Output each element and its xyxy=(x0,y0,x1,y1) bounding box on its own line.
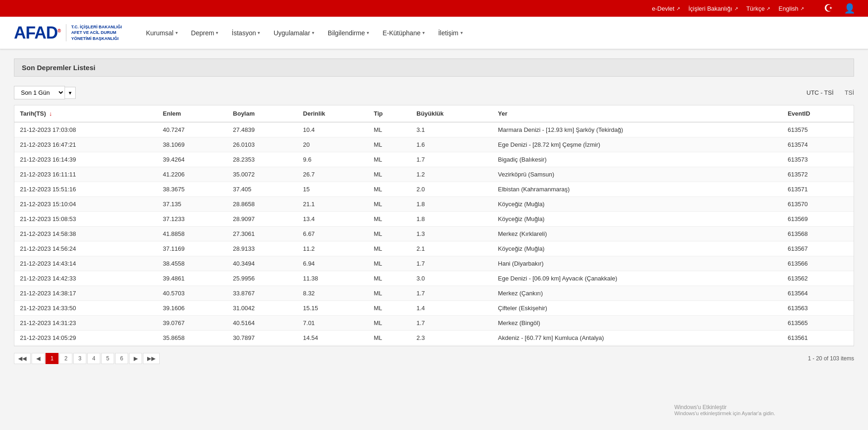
cell-eventid: 613569 xyxy=(782,212,854,227)
cell-derinlik: 13.4 xyxy=(298,212,368,227)
cell-yer: Köyceğiz (Muğla) xyxy=(492,241,782,256)
cell-tarih: 21-12-2023 13:59:00 xyxy=(14,345,157,347)
first-page-btn[interactable]: ◀◀ xyxy=(14,353,31,364)
filter-select[interactable]: Son 1 Gün xyxy=(14,86,65,99)
cell-tarih: 21-12-2023 14:38:17 xyxy=(14,286,157,301)
section-title: Son Depremler Listesi xyxy=(14,59,854,77)
table-row[interactable]: 21-12-2023 16:47:2138.106926.010320ML1.6… xyxy=(14,137,854,152)
cell-boylam: 40.5164 xyxy=(227,316,298,331)
nav-deprem[interactable]: Deprem ▾ xyxy=(186,26,224,40)
nav-ekutuphane[interactable]: E-Kütüphane ▾ xyxy=(377,26,430,40)
page-3-btn[interactable]: 3 xyxy=(73,353,86,364)
table-row[interactable]: 21-12-2023 14:56:2437.116928.913311.2ML2… xyxy=(14,241,854,256)
icisleri-link[interactable]: İçişleri Bakanlığı ↗ xyxy=(688,5,738,12)
table-row[interactable]: 21-12-2023 14:31:2339.076740.51647.01ML1… xyxy=(14,316,854,331)
page-6-btn[interactable]: 6 xyxy=(115,353,128,364)
table-row[interactable]: 21-12-2023 13:59:0041.023433.18215.01ML1… xyxy=(14,345,854,347)
cell-yer: Köyceğiz (Muğla) xyxy=(492,212,782,227)
table-row[interactable]: 21-12-2023 17:03:0840.724727.483910.4ML3… xyxy=(14,122,854,137)
ataturk-icon: 👤 xyxy=(840,0,859,16)
cell-enlem: 40.7247 xyxy=(157,122,227,137)
cell-derinlik: 11.38 xyxy=(298,271,368,286)
cell-enlem: 39.1606 xyxy=(157,301,227,316)
cell-buyukluk: 2.0 xyxy=(411,182,492,197)
last-icon: ▶▶ xyxy=(147,355,155,362)
next-icon: ▶ xyxy=(134,355,138,362)
page-2-btn[interactable]: 2 xyxy=(59,353,72,364)
cell-buyukluk: 2.1 xyxy=(411,241,492,256)
table-row[interactable]: 21-12-2023 15:51:1638.367537.40515ML2.0E… xyxy=(14,182,854,197)
cell-eventid: 613574 xyxy=(782,137,854,152)
cell-buyukluk: 1.8 xyxy=(411,197,492,212)
cell-tarih: 21-12-2023 17:03:08 xyxy=(14,122,157,137)
cell-yer: Ege Denizi - [28.72 km] Çeşme (İzmir) xyxy=(492,137,782,152)
table-row[interactable]: 21-12-2023 16:11:1141.220635.007226.7ML1… xyxy=(14,167,854,182)
page-5-btn[interactable]: 5 xyxy=(101,353,114,364)
nav-uygulamalar[interactable]: Uygulamalar ▾ xyxy=(268,26,320,40)
cell-boylam: 33.8767 xyxy=(227,286,298,301)
cell-derinlik: 21.1 xyxy=(298,197,368,212)
cell-eventid: 613567 xyxy=(782,241,854,256)
page-4-btn[interactable]: 4 xyxy=(87,353,100,364)
col-tarih[interactable]: Tarih(TS) ↓ xyxy=(14,105,157,122)
pagination-bar: ◀◀ ◀ 1 2 3 4 5 6 ▶ ▶▶ 1 - 20 of 103 item… xyxy=(14,351,854,366)
cell-derinlik: 11.2 xyxy=(298,241,368,256)
cell-eventid: 613565 xyxy=(782,316,854,331)
cell-enlem: 37.135 xyxy=(157,197,227,212)
cell-eventid: 613575 xyxy=(782,122,854,137)
cell-yer: ... xyxy=(492,345,782,347)
cell-eventid: 613562 xyxy=(782,271,854,286)
cell-buyukluk: 1.3 xyxy=(411,227,492,241)
cell-tip: ML xyxy=(368,152,411,167)
e-devlet-link[interactable]: e-Devlet ↗ xyxy=(652,5,680,12)
cell-yer: Marmara Denizi - [12.93 km] Şarköy (Teki… xyxy=(492,122,782,137)
table-row[interactable]: 21-12-2023 14:05:2935.865830.789714.54ML… xyxy=(14,331,854,345)
cell-yer: Çifteler (Eskişehir) xyxy=(492,301,782,316)
prev-page-btn[interactable]: ◀ xyxy=(32,353,45,364)
chevron-down-icon: ▾ xyxy=(422,30,425,35)
cell-eventid: 613573 xyxy=(782,152,854,167)
table-row[interactable]: 21-12-2023 15:08:5337.123328.909713.4ML1… xyxy=(14,212,854,227)
chevron-down-icon: ▾ xyxy=(367,30,369,35)
nav-bilgilendirme[interactable]: Bilgilendirme ▾ xyxy=(322,26,375,40)
table-row[interactable]: 21-12-2023 15:10:0437.13528.865821.1ML1.… xyxy=(14,197,854,212)
turkce-link[interactable]: Türkçe ↗ xyxy=(746,5,771,12)
cell-tip: ML xyxy=(368,212,411,227)
crescent-icon: ☪ xyxy=(817,0,840,16)
table-row[interactable]: 21-12-2023 16:14:3939.426428.23539.6ML1.… xyxy=(14,152,854,167)
cell-tarih: 21-12-2023 14:42:33 xyxy=(14,271,157,286)
nav-menu: Kurumsal ▾ Deprem ▾ İstasyon ▾ Uygulamal… xyxy=(140,26,854,40)
cell-enlem: 38.3675 xyxy=(157,182,227,197)
logo-subtitle: T.C. İÇİŞLERİ BAKANLIĞI AFET VE ACİL DUR… xyxy=(66,24,122,42)
nav-istasyon[interactable]: İstasyon ▾ xyxy=(226,26,266,40)
cell-buyukluk: 1.7 xyxy=(411,286,492,301)
logo-area: AFAD® T.C. İÇİŞLERİ BAKANLIĞI AFET VE AC… xyxy=(14,23,122,43)
external-icon-icisleri: ↗ xyxy=(734,6,738,11)
table-row[interactable]: 21-12-2023 14:33:5039.160631.004215.15ML… xyxy=(14,301,854,316)
cell-derinlik: 9.6 xyxy=(298,152,368,167)
table-row[interactable]: 21-12-2023 14:43:1438.455840.34946.94ML1… xyxy=(14,256,854,271)
cell-tip: ML xyxy=(368,256,411,271)
table-row[interactable]: 21-12-2023 14:42:3339.486125.995611.38ML… xyxy=(14,271,854,286)
page-1-btn[interactable]: 1 xyxy=(45,353,58,364)
cell-tip: ML xyxy=(368,316,411,331)
nav-kurumsal[interactable]: Kurumsal ▾ xyxy=(140,26,183,40)
filter-dropdown-btn[interactable]: ▾ xyxy=(65,87,76,99)
last-page-btn[interactable]: ▶▶ xyxy=(143,353,160,364)
nav-iletisim[interactable]: İletişim ▾ xyxy=(433,26,468,40)
prev-icon: ◀ xyxy=(36,355,40,362)
cell-tarih: 21-12-2023 14:58:38 xyxy=(14,227,157,241)
cell-boylam: 26.0103 xyxy=(227,137,298,152)
cell-derinlik: 6.67 xyxy=(298,227,368,241)
cell-derinlik: 6.94 xyxy=(298,256,368,271)
table-row[interactable]: 21-12-2023 14:58:3841.885827.30616.67ML1… xyxy=(14,227,854,241)
next-page-btn[interactable]: ▶ xyxy=(129,353,142,364)
col-derinlik: Derinlik xyxy=(298,105,368,122)
cell-enlem: 38.1069 xyxy=(157,137,227,152)
cell-tip: ML xyxy=(368,122,411,137)
table-row[interactable]: 21-12-2023 14:38:1740.570333.87678.32ML1… xyxy=(14,286,854,301)
cell-derinlik: 10.4 xyxy=(298,122,368,137)
cell-buyukluk: 1.2 xyxy=(411,167,492,182)
cell-yer: Merkez (Kırklareli) xyxy=(492,227,782,241)
english-link[interactable]: English ↗ xyxy=(778,5,804,12)
